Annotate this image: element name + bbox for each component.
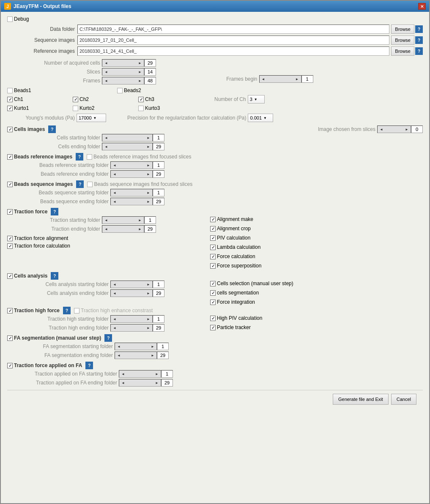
cells-selection-checkbox[interactable]: Cells selection (manual user step): [210, 281, 293, 286]
cells-selection-box[interactable]: [210, 281, 216, 286]
alignment-make-checkbox[interactable]: Alignment make: [210, 216, 253, 222]
beads-reference-help[interactable]: ?: [76, 153, 83, 161]
kurto2-box[interactable]: [73, 106, 78, 111]
enhance-box[interactable]: [74, 308, 79, 313]
th-starting-slider[interactable]: ◄ ► 1: [110, 315, 164, 323]
slices-right-arrow[interactable]: ►: [137, 70, 142, 74]
fb-right-arrow[interactable]: ►: [295, 77, 300, 81]
num-ch-dropdown[interactable]: 3 ▼: [248, 95, 265, 104]
cells-images-box[interactable]: [7, 127, 13, 132]
num-cells-left-arrow[interactable]: ◄: [104, 61, 109, 65]
sequence-browse[interactable]: Browse: [391, 35, 414, 45]
traction-high-box[interactable]: [7, 308, 13, 313]
reference-browse[interactable]: Browse: [391, 46, 414, 56]
cells-ending-slider[interactable]: ◄ ► 29: [102, 143, 164, 150]
lambda-checkbox[interactable]: Lambda calculation: [210, 244, 260, 250]
kurto3-checkbox[interactable]: Kurto3: [138, 105, 197, 111]
beads-ref-starting-slider[interactable]: ◄ ► 1: [110, 161, 164, 169]
ifs-left[interactable]: ◄: [379, 128, 384, 131]
cells-analysis-checkbox[interactable]: Cells analysis: [7, 273, 47, 279]
data-folder-help[interactable]: ?: [415, 25, 423, 33]
force-integration-checkbox[interactable]: Force integration: [210, 299, 255, 305]
traction-force-checkbox[interactable]: Traction force: [7, 209, 47, 215]
cells-segmentation-box[interactable]: [210, 290, 216, 296]
reference-images-input[interactable]: [77, 46, 389, 56]
traction-fa-box[interactable]: [7, 363, 13, 368]
cells-segmentation-checkbox[interactable]: cells segmentation: [210, 290, 259, 296]
force-calc-checkbox[interactable]: Force calculation: [210, 253, 255, 259]
kurto1-box[interactable]: [7, 106, 13, 111]
traction-starting-slider[interactable]: ◄ ► 1: [102, 216, 156, 224]
fb-left-arrow[interactable]: ◄: [261, 77, 266, 81]
traction-force-box[interactable]: [7, 209, 13, 215]
frames-left-arrow[interactable]: ◄: [104, 79, 109, 83]
fa-segmentation-box[interactable]: [7, 335, 13, 341]
ch2-checkbox[interactable]: Ch2: [73, 96, 132, 102]
cells-analysis-box[interactable]: [7, 273, 13, 279]
debug-checkbox[interactable]: Debug: [7, 16, 29, 22]
piv-checkbox[interactable]: PIV calculation: [210, 235, 250, 241]
image-from-slices-slider[interactable]: ◄ ► 0: [377, 125, 423, 133]
traction-high-help[interactable]: ?: [63, 307, 71, 314]
fa-ending-slider[interactable]: ◄ ► 29: [115, 351, 169, 359]
fa-segmentation-checkbox[interactable]: FA segmentation (manual user step): [7, 335, 101, 341]
traction-force-help[interactable]: ?: [51, 208, 58, 215]
traction-alignment-box[interactable]: [7, 236, 13, 241]
frames-slider[interactable]: ◄ ► 48: [102, 77, 156, 84]
fa-starting-slider[interactable]: ◄ ► 1: [115, 343, 169, 350]
traction-calculation-checkbox[interactable]: Traction force calculation: [7, 243, 70, 249]
particle-tracker-checkbox[interactable]: Particle tracker: [210, 324, 251, 330]
kurto2-checkbox[interactable]: Kurto2: [73, 105, 132, 111]
force-super-checkbox[interactable]: Force superposition: [210, 263, 261, 269]
beads-seq-focused-box[interactable]: [87, 182, 93, 187]
traction-fa-checkbox[interactable]: Traction force applied on FA: [7, 362, 82, 368]
traction-ending-slider[interactable]: ◄ ► 29: [102, 225, 156, 233]
frames-right-arrow[interactable]: ►: [137, 79, 142, 83]
traction-calculation-box[interactable]: [7, 243, 13, 249]
beads-sequence-checkbox[interactable]: Beads sequence images: [7, 181, 73, 187]
beads2-box[interactable]: [117, 88, 123, 93]
generate-button[interactable]: Generate file and Exit: [333, 394, 389, 405]
frames-begin-slider[interactable]: ◄ ► 1: [259, 75, 313, 83]
close-button[interactable]: ✕: [418, 3, 426, 10]
beads-seq-ending-slider[interactable]: ◄ ► 29: [110, 198, 164, 205]
sequence-images-input[interactable]: [77, 35, 389, 45]
enhance-checkbox[interactable]: Traction high enhance constrast: [74, 308, 153, 313]
beads-ref-focused-checkbox[interactable]: Beads reference images find focused slic…: [87, 154, 191, 160]
cells-images-help[interactable]: ?: [48, 125, 56, 133]
ca-starting-slider[interactable]: ◄ ► 1: [110, 281, 164, 288]
ch2-box[interactable]: [73, 97, 78, 102]
ch3-checkbox[interactable]: Ch3: [138, 96, 197, 102]
data-folder-browse[interactable]: Browse: [391, 25, 414, 34]
piv-box[interactable]: [210, 235, 216, 241]
precision-dropdown[interactable]: 0.001 ▼: [248, 114, 273, 122]
particle-tracker-box[interactable]: [210, 325, 216, 330]
traction-fa-ending-slider[interactable]: ◄ ► 29: [119, 379, 173, 387]
beads-seq-focused-checkbox[interactable]: Beads sequence images find focused slice…: [87, 181, 192, 187]
traction-alignment-checkbox[interactable]: Traction force alignment: [7, 235, 68, 241]
beads-ref-ending-slider[interactable]: ◄ ► 29: [110, 170, 164, 178]
beads1-box[interactable]: [7, 88, 13, 93]
cells-starting-slider[interactable]: ◄ ► 1: [102, 134, 164, 142]
fa-segmentation-help[interactable]: ?: [104, 334, 112, 342]
reference-help[interactable]: ?: [415, 47, 423, 55]
ca-ending-slider[interactable]: ◄ ► 29: [110, 289, 164, 297]
num-cells-slider[interactable]: ◄ ► 29: [102, 59, 156, 67]
num-cells-right-arrow[interactable]: ►: [137, 61, 142, 65]
traction-high-checkbox[interactable]: Traction high force: [7, 308, 60, 313]
youngs-dropdown[interactable]: 17000 ▼: [77, 114, 106, 122]
beads2-checkbox[interactable]: Beads2: [117, 87, 193, 93]
traction-fa-help[interactable]: ?: [85, 362, 93, 369]
slices-left-arrow[interactable]: ◄: [104, 70, 109, 74]
beads-sequence-box[interactable]: [7, 182, 13, 187]
data-folder-input[interactable]: [77, 25, 389, 34]
alignment-crop-checkbox[interactable]: Alignment crop: [210, 226, 251, 232]
traction-fa-starting-slider[interactable]: ◄ ► 1: [119, 370, 173, 378]
beads-reference-checkbox[interactable]: Beads reference images: [7, 154, 72, 160]
high-piv-checkbox[interactable]: High PIV calculation: [210, 315, 262, 321]
slices-slider[interactable]: ◄ ► 14: [102, 68, 156, 76]
force-super-box[interactable]: [210, 263, 216, 269]
lambda-box[interactable]: [210, 245, 216, 250]
alignment-make-box[interactable]: [210, 217, 216, 222]
ifs-right[interactable]: ►: [404, 128, 409, 131]
